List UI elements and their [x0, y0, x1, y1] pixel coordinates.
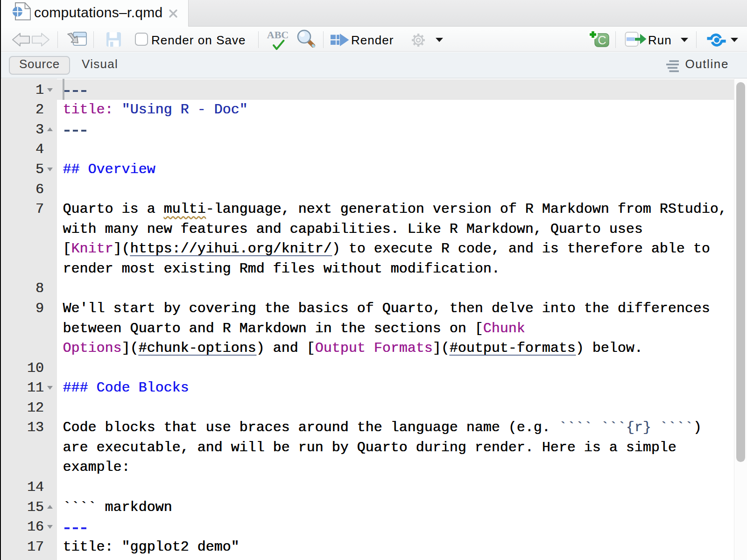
svg-text:C: C — [598, 34, 606, 47]
